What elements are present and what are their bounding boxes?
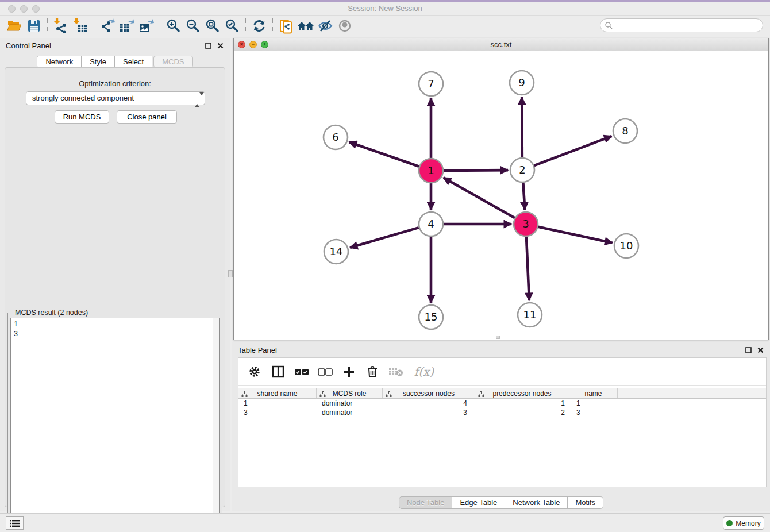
control-panel-tabs: Network Style Select MCDS — [0, 56, 230, 68]
network-view-window: ✕ − + scc.txt 7968124314101511 — [233, 38, 769, 340]
graph-edge-4-14[interactable] — [350, 228, 419, 248]
export-network-icon[interactable] — [98, 17, 117, 34]
table-options-icon[interactable] — [247, 364, 263, 380]
zoom-selected-icon[interactable] — [222, 17, 242, 34]
show-column-icon[interactable] — [270, 364, 286, 380]
close-table-panel-icon[interactable] — [757, 346, 764, 354]
graph-edge-1-2[interactable] — [444, 170, 508, 171]
delete-column-icon[interactable] — [364, 364, 380, 380]
zoom-window-button[interactable] — [32, 5, 40, 13]
app-title: Session: New Session — [0, 2, 770, 15]
node-label: 8 — [622, 125, 628, 137]
function-builder-icon[interactable]: f(x) — [411, 364, 437, 380]
table-row[interactable]: 3 dominator 3 2 3 — [238, 408, 766, 417]
graph-edge-2-8[interactable] — [534, 136, 612, 165]
graph-node-6[interactable]: 6 — [324, 125, 348, 149]
maximize-view-button[interactable]: + — [261, 41, 268, 48]
network-canvas[interactable]: 7968124314101511 — [234, 51, 768, 340]
graph-edge-3-10[interactable] — [538, 227, 612, 243]
tab-select[interactable]: Select — [115, 56, 152, 68]
graph-node-9[interactable]: 9 — [510, 71, 534, 95]
import-network-icon[interactable] — [51, 17, 71, 34]
toolbar-separator — [94, 18, 94, 33]
graph-edge-2-9[interactable] — [522, 97, 522, 157]
first-neighbors-icon[interactable] — [296, 17, 315, 34]
deselect-all-check-icon[interactable] — [317, 364, 333, 380]
export-table-icon[interactable] — [117, 17, 137, 34]
zoom-in-icon[interactable] — [164, 17, 183, 34]
graph-edge-1-6[interactable] — [349, 142, 419, 166]
tab-network[interactable]: Network — [37, 56, 82, 68]
zoom-out-icon[interactable] — [183, 17, 203, 34]
minimize-window-button[interactable] — [20, 5, 28, 13]
network-window-titlebar[interactable]: ✕ − + scc.txt — [234, 38, 768, 51]
window-resize-grip[interactable] — [496, 336, 500, 339]
tab-node-table[interactable]: Node Table — [399, 496, 453, 509]
close-window-button[interactable] — [8, 5, 16, 13]
column-header-mcds-role[interactable]: MCDS role — [317, 388, 383, 398]
close-view-button[interactable]: ✕ — [238, 41, 245, 48]
node-label: 9 — [518, 76, 525, 88]
graph-node-4[interactable]: 4 — [419, 212, 443, 236]
close-panel-icon[interactable] — [217, 42, 224, 49]
optimization-criterion-select[interactable]: strongly connected component — [26, 91, 205, 105]
tab-motifs[interactable]: Motifs — [568, 496, 603, 509]
graph-node-1[interactable]: 1 — [419, 159, 443, 183]
toolbar-separator — [47, 18, 48, 33]
graph-edge-3-1[interactable] — [444, 178, 515, 218]
tab-edge-table[interactable]: Edge Table — [452, 496, 505, 509]
tab-mcds[interactable]: MCDS — [153, 56, 192, 68]
column-header-successor-nodes[interactable]: successor nodes — [383, 388, 475, 398]
task-history-button[interactable] — [6, 516, 24, 530]
result-line: 3 — [14, 329, 216, 339]
table-panel: Table Panel — [232, 342, 770, 511]
delete-table-icon[interactable] — [388, 364, 404, 380]
main-toolbar — [0, 16, 770, 36]
select-all-check-icon[interactable] — [294, 364, 310, 380]
graph-node-14[interactable]: 14 — [324, 240, 348, 264]
float-panel-icon[interactable] — [205, 42, 212, 49]
graph-node-7[interactable]: 7 — [419, 72, 443, 96]
table-panel-title: Table Panel — [238, 346, 277, 354]
memory-button[interactable]: Memory — [723, 516, 764, 530]
graph-node-10[interactable]: 10 — [614, 234, 638, 258]
column-header-predecessor-nodes[interactable]: predecessor nodes — [475, 388, 569, 398]
graph-node-8[interactable]: 8 — [613, 119, 637, 143]
result-scrollbar[interactable] — [213, 318, 219, 529]
hide-selected-icon[interactable] — [315, 17, 335, 34]
tab-style[interactable]: Style — [82, 56, 115, 68]
table-row[interactable]: 1 dominator 4 1 1 — [238, 399, 766, 408]
graph-node-11[interactable]: 11 — [518, 303, 542, 327]
refresh-icon[interactable] — [249, 17, 269, 34]
open-file-icon[interactable] — [5, 17, 24, 34]
close-panel-button[interactable]: Close panel — [117, 110, 177, 124]
zoom-fit-icon[interactable] — [203, 17, 222, 34]
import-table-icon[interactable] — [71, 17, 90, 34]
minimize-view-button[interactable]: − — [249, 41, 257, 48]
panel-splitter-handle[interactable] — [228, 270, 233, 277]
export-image-icon[interactable] — [137, 17, 156, 34]
status-bar: Memory — [0, 513, 770, 532]
graph-edge-3-11[interactable] — [526, 237, 529, 300]
column-header-shared-name[interactable]: shared name — [238, 388, 317, 398]
node-label: 1 — [428, 164, 434, 176]
tab-network-table[interactable]: Network Table — [505, 496, 568, 509]
show-all-icon[interactable] — [335, 17, 355, 34]
node-label: 4 — [428, 218, 434, 230]
search-input[interactable] — [613, 20, 763, 30]
graph-node-2[interactable]: 2 — [510, 158, 534, 182]
clone-network-icon[interactable] — [276, 17, 296, 34]
graph-node-3[interactable]: 3 — [514, 212, 538, 236]
mcds-result-text[interactable]: 1 3 — [10, 318, 220, 529]
column-header-name[interactable]: name — [569, 388, 618, 398]
toolbar-separator — [160, 18, 160, 33]
float-table-panel-icon[interactable] — [745, 346, 752, 354]
run-mcds-button[interactable]: Run MCDS — [55, 110, 109, 124]
search-field[interactable] — [600, 18, 763, 32]
save-session-icon[interactable] — [24, 17, 44, 34]
graph-node-15[interactable]: 15 — [419, 305, 443, 329]
graph-edge-2-3[interactable] — [523, 183, 525, 210]
result-line: 1 — [14, 319, 216, 329]
app-titlebar[interactable]: Session: New Session — [0, 2, 770, 16]
create-column-icon[interactable] — [341, 364, 357, 380]
